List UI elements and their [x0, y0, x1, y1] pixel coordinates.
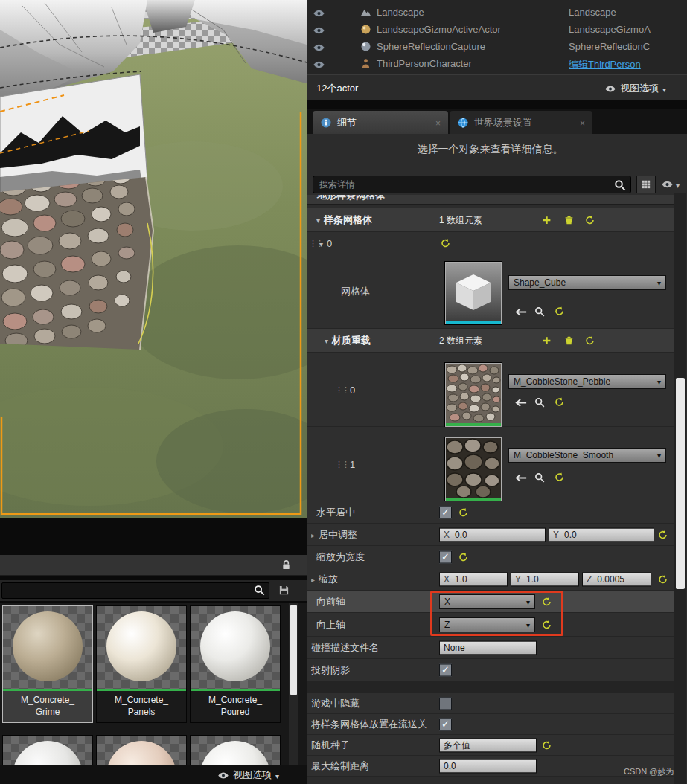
add-element-icon[interactable]: [542, 215, 552, 225]
property-row-scale-to-width[interactable]: 缩放为宽度: [307, 546, 674, 568]
reset-icon[interactable]: [542, 740, 552, 750]
search-icon[interactable]: [614, 179, 626, 196]
scale-z-field[interactable]: Z0.0005: [582, 572, 651, 586]
property-row-up-axis[interactable]: 向上轴 Z: [307, 613, 674, 637]
reset-icon[interactable]: [658, 574, 668, 584]
asset-tile-partial[interactable]: [96, 735, 187, 765]
checkbox-hidden-in-game[interactable]: [439, 697, 452, 710]
clear-array-icon[interactable]: [564, 215, 574, 225]
property-row-material-1[interactable]: 1 M_CobbleStone_Smooth: [307, 427, 674, 501]
property-row-streaming[interactable]: 将样条网格体放置在流送关: [307, 714, 674, 735]
mesh-asset-dropdown[interactable]: Shape_Cube: [508, 275, 666, 290]
outliner-row-landscape-gizmo[interactable]: LandscapeGizmoActiveActor LandscapeGizmo…: [307, 22, 687, 39]
scale-x-field[interactable]: X1.0: [439, 572, 508, 586]
reset-icon[interactable]: [585, 335, 595, 345]
visibility-eye-icon[interactable]: [313, 42, 325, 55]
collision-profile-field[interactable]: None: [439, 640, 537, 655]
random-seed-field[interactable]: 多个值: [439, 738, 537, 752]
browse-to-asset-icon[interactable]: [534, 397, 545, 408]
scrollbar-thumb[interactable]: [290, 605, 297, 695]
asset-tile-concrete-grime[interactable]: M_Concrete_Grime: [2, 605, 93, 723]
property-row-scale[interactable]: 缩放 X1.0 Y1.0 Z0.0005: [307, 568, 674, 591]
details-scrollbar[interactable]: [674, 193, 686, 784]
reset-icon[interactable]: [441, 238, 450, 248]
visibility-eye-icon[interactable]: [313, 7, 325, 21]
property-row-mesh[interactable]: 网格体 Shape_Cube: [307, 254, 674, 329]
up-axis-dropdown[interactable]: Z: [439, 617, 535, 632]
property-row-forward-axis[interactable]: 向前轴 X: [307, 591, 674, 613]
browse-to-asset-icon[interactable]: [534, 306, 545, 317]
property-row-center-adjust[interactable]: 居中调整 X0.0 Y0.0: [307, 524, 674, 546]
use-selected-icon[interactable]: [515, 399, 527, 407]
details-view-filter-button[interactable]: [661, 178, 680, 191]
checkbox-scale-to-width[interactable]: [439, 550, 452, 563]
reset-icon[interactable]: [585, 215, 595, 225]
reset-icon[interactable]: [555, 397, 564, 407]
property-row-random-seed[interactable]: 随机种子 多个值: [307, 735, 674, 756]
property-matrix-button[interactable]: [636, 176, 656, 193]
material-thumbnail[interactable]: [445, 363, 502, 427]
forward-axis-dropdown[interactable]: X: [439, 594, 535, 609]
tab-world-settings[interactable]: 世界场景设置: [450, 111, 592, 134]
checkbox-cast-shadow[interactable]: [439, 663, 452, 676]
asset-search-input[interactable]: [1, 582, 269, 599]
edit-blueprint-link[interactable]: 编辑ThirdPerson: [569, 58, 641, 71]
material-0-dropdown[interactable]: M_CobbleStone_Pebble: [508, 374, 666, 389]
actor-name[interactable]: Landscape: [377, 7, 424, 18]
actor-name[interactable]: ThirdPersonCharacter: [377, 58, 472, 69]
asset-tile-concrete-poured[interactable]: M_Concrete_Poured: [190, 605, 281, 723]
checkbox-center-horizontally[interactable]: [439, 506, 452, 518]
property-row-center-horizontally[interactable]: 水平居中: [307, 501, 674, 524]
tab-close-icon[interactable]: [435, 116, 441, 129]
drag-handle-icon[interactable]: [335, 459, 348, 469]
asset-grid-scrollbar[interactable]: [289, 603, 298, 765]
tab-close-icon[interactable]: [580, 116, 585, 129]
property-row-max-draw-distance[interactable]: 最大绘制距离 0.0: [307, 756, 674, 777]
tab-details[interactable]: 细节: [313, 111, 448, 134]
visibility-eye-icon[interactable]: [313, 59, 325, 72]
category-row-spline-mesh[interactable]: 样条网格体 1 数组元素: [307, 208, 674, 232]
max-draw-distance-field[interactable]: 0.0: [439, 759, 537, 773]
scrollbar-thumb[interactable]: [676, 378, 685, 589]
asset-tile-partial[interactable]: [2, 735, 93, 765]
asset-tile-partial[interactable]: [190, 735, 281, 765]
material-1-dropdown[interactable]: M_CobbleStone_Smooth: [508, 448, 666, 463]
outliner-view-options[interactable]: 视图选项: [604, 82, 666, 95]
outliner-row-sphere-reflection[interactable]: SphereReflectionCapture SphereReflection…: [307, 39, 687, 56]
property-row-cast-shadow[interactable]: 投射阴影: [307, 659, 674, 681]
property-row-collision-profile[interactable]: 碰撞描述文件名 None: [307, 637, 674, 659]
details-search-input[interactable]: 搜索详情: [313, 176, 631, 193]
property-row-material-0[interactable]: 0 M_CobbleStone_Pebble: [307, 353, 674, 427]
checkbox-streaming[interactable]: [439, 718, 452, 730]
reset-icon[interactable]: [555, 306, 564, 316]
viewport-3d[interactable]: [0, 0, 307, 518]
clipped-category-header[interactable]: 地形样条网格体: [307, 195, 674, 205]
asset-tile-concrete-panels[interactable]: M_Concrete_Panels: [96, 605, 187, 723]
content-browser-view-options[interactable]: 视图选项: [217, 768, 279, 782]
add-element-icon[interactable]: [542, 335, 552, 345]
save-icon[interactable]: [278, 585, 290, 599]
reset-icon[interactable]: [555, 472, 564, 482]
reset-icon[interactable]: [658, 530, 668, 539]
center-adjust-x-field[interactable]: X0.0: [439, 527, 546, 542]
center-adjust-y-field[interactable]: Y0.0: [549, 527, 654, 542]
outliner-row-thirdperson-character[interactable]: ThirdPersonCharacter 编辑ThirdPerson: [307, 56, 687, 73]
reset-icon[interactable]: [458, 552, 468, 562]
use-selected-icon[interactable]: [515, 474, 527, 482]
clear-array-icon[interactable]: [564, 335, 574, 345]
drag-handle-icon[interactable]: [335, 385, 348, 394]
outliner-row-landscape[interactable]: Landscape Landscape: [307, 4, 687, 22]
use-selected-icon[interactable]: [515, 308, 527, 316]
visibility-eye-icon[interactable]: [313, 25, 325, 38]
actor-name[interactable]: SphereReflectionCapture: [377, 41, 485, 52]
property-row-hidden-in-game[interactable]: 游戏中隐藏: [307, 693, 674, 714]
reset-icon[interactable]: [542, 597, 552, 606]
reset-icon[interactable]: [458, 507, 468, 517]
mesh-thumbnail[interactable]: [445, 262, 502, 324]
actor-name[interactable]: LandscapeGizmoActiveActor: [377, 24, 501, 35]
search-icon[interactable]: [254, 585, 265, 599]
reset-icon[interactable]: [542, 620, 552, 629]
material-thumbnail[interactable]: [445, 437, 502, 501]
category-row-material-override[interactable]: 材质重载 2 数组元素: [307, 329, 674, 353]
scale-y-field[interactable]: Y1.0: [511, 572, 579, 586]
